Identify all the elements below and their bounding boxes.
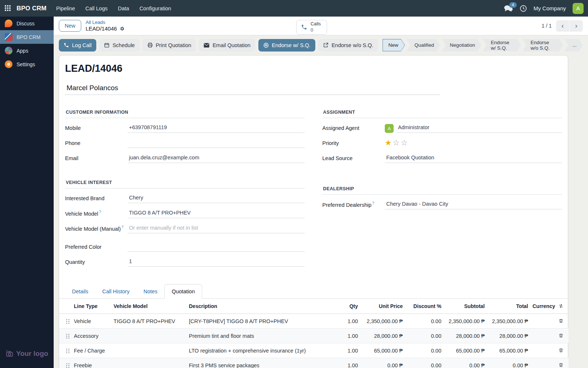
cell-subtotal[interactable]: 0.00 ₱ [444, 358, 487, 368]
drag-handle-icon[interactable] [66, 334, 67, 335]
quantity-field[interactable]: 1 [128, 258, 305, 267]
table-row[interactable]: FreebieFirst 3 PMS service packages1.000… [59, 358, 569, 368]
customer-name-input[interactable]: Marcel Polancos [65, 83, 440, 95]
cell-vehicle-model[interactable] [111, 343, 187, 358]
stage-negotiation[interactable]: Negotiation [442, 39, 481, 52]
cell-qty[interactable]: 1.00 [330, 343, 360, 358]
calls-smart-button[interactable]: Calls 0 [296, 20, 327, 35]
mobile-field[interactable]: +639708791119 [128, 124, 305, 133]
cell-subtotal[interactable]: 2,350,000.00 ₱ [444, 314, 487, 329]
column-header-line-type[interactable]: Line Type [72, 299, 111, 314]
cell-unit-price[interactable]: 0.00 ₱ [360, 358, 405, 368]
delete-row-button[interactable] [558, 332, 564, 339]
cell-discount[interactable]: 0.00 [405, 329, 444, 343]
vehicle-model-field[interactable]: TIGGO 8 A/T PRO+PHEV [128, 209, 305, 218]
tab-quotation[interactable]: Quotation [164, 284, 202, 299]
table-row[interactable]: VehicleTIGGO 8 A/T PRO+PHEV[CRY-T8PHEV] … [59, 314, 569, 329]
cell-vehicle-model[interactable] [111, 358, 187, 368]
endorse-without-sq-button[interactable]: Endorse w/o S.Q. [318, 39, 378, 52]
endorse-with-sq-button[interactable]: Endorse w/ S.Q. [258, 39, 316, 52]
cell-subtotal[interactable]: 65,000.00 ₱ [444, 343, 487, 358]
drag-handle-icon[interactable] [66, 363, 67, 364]
stage-endorse-w-s-q[interactable]: Endorse w/ S.Q. [483, 39, 521, 52]
sidebar-logo[interactable]: Your logo [0, 350, 54, 358]
column-header-vehicle-model[interactable]: Vehicle Model [111, 299, 187, 314]
delete-row-button[interactable] [558, 347, 564, 354]
cell-description[interactable]: [CRY-T8PHEV] TIGGO 8 A/T PRO+PHEV [187, 314, 330, 329]
topbar-menu-call-logs[interactable]: Call Logs [85, 6, 107, 11]
breadcrumb-parent-link[interactable]: All Leads [86, 20, 125, 25]
lead-source-field[interactable]: Facebook Quotation [385, 154, 562, 163]
pager-previous-button[interactable]: ‹ [556, 20, 569, 32]
cell-qty[interactable]: 1.00 [330, 358, 360, 368]
sidebar-item-settings[interactable]: Settings [0, 57, 54, 71]
tab-notes[interactable]: Notes [136, 284, 164, 298]
delete-row-button[interactable] [558, 318, 564, 324]
cell-qty[interactable]: 1.00 [330, 314, 360, 329]
cell-vehicle-model[interactable]: TIGGO 8 A/T PRO+PHEV [111, 314, 187, 329]
help-icon[interactable]: ? [372, 201, 374, 205]
help-icon[interactable]: ? [122, 225, 124, 229]
star-filled-icon[interactable]: ★ [385, 138, 393, 147]
cell-subtotal[interactable]: 28,000.00 ₱ [444, 329, 487, 343]
drag-handle-icon[interactable] [66, 319, 67, 320]
messages-icon[interactable]: 4 [503, 5, 513, 12]
cell-total[interactable]: 65,000.00 ₱ [487, 343, 530, 358]
column-header-description[interactable]: Description [187, 299, 330, 314]
app-title[interactable]: BPO CRM [17, 5, 47, 12]
cell-description[interactable]: LTO registration + comprehensive insuran… [187, 343, 330, 358]
cell-total[interactable]: 0.00 ₱ [487, 358, 530, 368]
user-avatar[interactable]: A [573, 3, 584, 14]
email-quotation-button[interactable]: Email Quotation [199, 39, 255, 52]
stage-more[interactable]: ... [564, 39, 583, 52]
column-header-unit-price[interactable]: Unit Price [360, 299, 405, 314]
pager-next-button[interactable]: › [570, 20, 583, 32]
log-call-button[interactable]: Log Call [59, 39, 96, 52]
stage-new[interactable]: New [383, 39, 405, 52]
tab-details[interactable]: Details [65, 284, 95, 298]
drag-handle-icon[interactable] [66, 348, 67, 350]
cell-unit-price[interactable]: 65,000.00 ₱ [360, 343, 405, 358]
sidebar-item-bpo-crm[interactable]: BPO CRM [0, 30, 54, 44]
new-button[interactable]: New [59, 20, 81, 32]
phone-field[interactable] [128, 139, 305, 148]
help-icon[interactable]: ? [99, 210, 101, 214]
cell-total[interactable]: 2,350,000.00 ₱ [487, 314, 530, 329]
cell-line-type[interactable]: Vehicle [72, 314, 111, 329]
column-header-currency[interactable]: Currency [530, 299, 553, 314]
cell-discount[interactable]: 0.00 [405, 358, 444, 368]
cell-description[interactable]: Premium tint and floor mats [187, 329, 330, 343]
sidebar-item-discuss[interactable]: Discuss [0, 17, 54, 30]
cell-currency[interactable] [530, 314, 553, 329]
preferred-color-field[interactable] [128, 243, 305, 252]
cell-unit-price[interactable]: 28,000.00 ₱ [360, 329, 405, 343]
topbar-menu-configuration[interactable]: Configuration [139, 6, 171, 11]
cell-line-type[interactable]: Freebie [72, 358, 111, 368]
star-empty-icon[interactable]: ☆ [401, 138, 409, 147]
cell-total[interactable]: 28,000.00 ₱ [487, 329, 530, 343]
cell-description[interactable]: First 3 PMS service packages [187, 358, 330, 368]
cell-line-type[interactable]: Fee / Charge [72, 343, 111, 358]
stage-qualified[interactable]: Qualified [406, 39, 440, 52]
delete-row-button[interactable] [558, 362, 564, 368]
cell-currency[interactable] [530, 358, 553, 368]
cell-currency[interactable] [530, 329, 553, 343]
topbar-menu-pipeline[interactable]: Pipeline [56, 6, 75, 11]
preferred-dealership-field[interactable]: Chery Davao - Davao City [385, 201, 562, 209]
vehicle-model-manual-field[interactable]: Or enter manually if not in list [128, 224, 305, 233]
record-settings-gear-icon[interactable] [119, 26, 125, 31]
column-header-subtotal[interactable]: Subtotal [444, 299, 487, 314]
optional-columns-button[interactable] [557, 302, 564, 309]
column-header-discount[interactable]: Discount % [405, 299, 444, 314]
cell-discount[interactable]: 0.00 [405, 314, 444, 329]
column-header-total[interactable]: Total [487, 299, 530, 314]
interested-brand-field[interactable]: Chery [128, 194, 305, 203]
table-row[interactable]: AccessoryPremium tint and floor mats1.00… [59, 329, 569, 343]
assigned-agent-field[interactable]: Administrator [397, 124, 562, 133]
column-header-qty[interactable]: Qty [330, 299, 360, 314]
activities-clock-icon[interactable] [520, 5, 527, 12]
cell-line-type[interactable]: Accessory [72, 329, 111, 343]
tab-call-history[interactable]: Call History [95, 284, 136, 298]
cell-discount[interactable]: 0.00 [405, 343, 444, 358]
company-switcher[interactable]: My Company [534, 5, 566, 11]
